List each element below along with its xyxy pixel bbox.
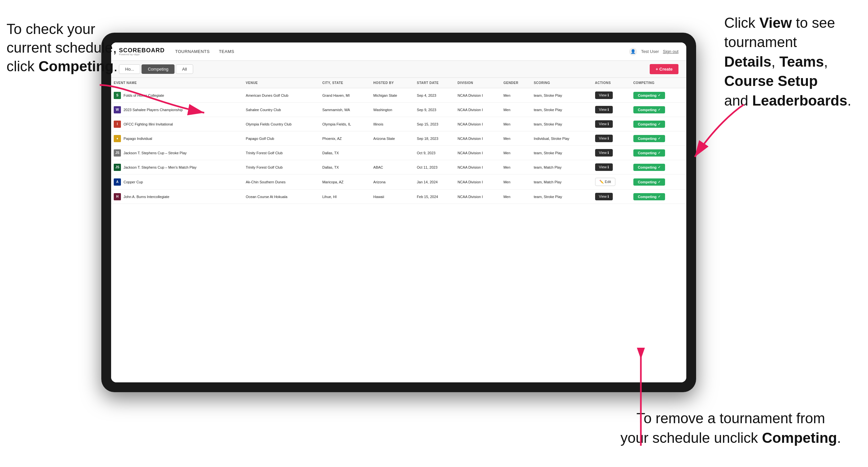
user-label: Test User xyxy=(641,49,659,54)
event-name: Jackson T. Stephens Cup – Men's Match Pl… xyxy=(124,165,196,169)
annotation-top-left: To check yourcurrent schedule,click Comp… xyxy=(6,20,118,76)
nav-tournaments[interactable]: TOURNAMENTS xyxy=(175,49,210,54)
table-row: I OFCC Fighting Illini Invitational Olym… xyxy=(111,117,686,131)
scoring-cell: team, Match Play xyxy=(531,175,592,190)
event-name-cell: S Folds of Honor Collegiate xyxy=(111,88,243,103)
competing-button[interactable]: Competing xyxy=(633,121,665,128)
competing-button[interactable]: Competing xyxy=(633,135,665,142)
view-button[interactable]: View ℹ xyxy=(595,106,613,114)
competing-cell: Competing xyxy=(631,160,686,175)
table-row: A Copper Cup Ak-Chin Southern DunesMaric… xyxy=(111,175,686,190)
event-name: 2023 Sahalee Players Championship xyxy=(124,108,183,112)
nav-teams[interactable]: TEAMS xyxy=(219,49,234,54)
division-cell: NCAA Division I xyxy=(455,175,501,190)
annotation-tl-text: To check yourcurrent schedule,click Comp… xyxy=(6,21,118,74)
filter-all[interactable]: All xyxy=(176,64,193,74)
actions-cell: View ℹ xyxy=(592,146,631,160)
scoring-cell: team, Stroke Play xyxy=(531,88,592,103)
actions-cell: View ℹ xyxy=(592,160,631,175)
table-row: H John A. Burns Intercollegiate Ocean Co… xyxy=(111,190,686,204)
city-cell: Dallas, TX xyxy=(320,146,371,160)
signout-link[interactable]: Sign out xyxy=(663,49,678,54)
competing-cell: Competing xyxy=(631,146,686,160)
navbar: SCOREBOARD Powered by clippi TOURNAMENTS… xyxy=(111,42,686,61)
filter-competing[interactable]: Competing xyxy=(142,64,175,74)
hosted-cell: Illinois xyxy=(371,117,414,131)
event-name: Jackson T. Stephens Cup – Stroke Play xyxy=(124,151,187,155)
col-gender: GENDER xyxy=(501,78,531,88)
venue-cell: American Dunes Golf Club xyxy=(243,88,320,103)
city-cell: Sammamish, WA xyxy=(320,103,371,117)
view-button[interactable]: View ℹ xyxy=(595,92,613,99)
hosted-cell: Washington xyxy=(371,103,414,117)
team-logo: I xyxy=(114,121,121,128)
tournaments-table: EVENT NAME VENUE CITY, STATE HOSTED BY S… xyxy=(111,78,686,204)
competing-cell: Competing xyxy=(631,175,686,190)
table-header-row: EVENT NAME VENUE CITY, STATE HOSTED BY S… xyxy=(111,78,686,88)
competing-button[interactable]: Competing xyxy=(633,193,665,200)
city-cell: Phoenix, AZ xyxy=(320,131,371,146)
view-button[interactable]: View ℹ xyxy=(595,120,613,128)
team-logo: JS xyxy=(114,149,121,157)
event-name-cell: ♦ Papago Individual xyxy=(111,131,243,146)
event-name: Papago Individual xyxy=(124,136,152,141)
competing-button[interactable]: Competing xyxy=(633,92,665,99)
competing-cell: Competing xyxy=(631,190,686,204)
venue-cell: Sahalee Country Club xyxy=(243,103,320,117)
col-scoring: SCORING xyxy=(531,78,592,88)
col-actions: ACTIONS xyxy=(592,78,631,88)
division-cell: NCAA Division I xyxy=(455,117,501,131)
col-competing: COMPETING xyxy=(631,78,686,88)
venue-cell: Ocean Course At Hokuala xyxy=(243,190,320,204)
division-cell: NCAA Division I xyxy=(455,103,501,117)
scoring-cell: team, Match Play xyxy=(531,160,592,175)
team-logo: H xyxy=(114,193,121,200)
team-logo: JS xyxy=(114,164,121,171)
date-cell: Jan 14, 2024 xyxy=(414,175,455,190)
competing-button[interactable]: Competing xyxy=(633,106,665,114)
event-name-cell: H John A. Burns Intercollegiate xyxy=(111,190,243,204)
table-row: S Folds of Honor Collegiate American Dun… xyxy=(111,88,686,103)
competing-button[interactable]: Competing xyxy=(633,179,665,186)
brand-title: SCOREBOARD xyxy=(119,48,165,53)
edit-button[interactable]: ✏️ Edit xyxy=(595,178,615,186)
annotation-top-right: Click View to seetournamentDetails, Team… xyxy=(724,13,862,110)
gender-cell: Men xyxy=(501,146,531,160)
actions-cell: View ℹ xyxy=(592,103,631,117)
team-logo: A xyxy=(114,179,121,186)
date-cell: Oct 9, 2023 xyxy=(414,146,455,160)
division-cell: NCAA Division I xyxy=(455,146,501,160)
gender-cell: Men xyxy=(501,117,531,131)
view-button[interactable]: View ℹ xyxy=(595,163,613,171)
division-cell: NCAA Division I xyxy=(455,160,501,175)
brand: SCOREBOARD Powered by clippi xyxy=(119,48,165,56)
competing-button[interactable]: Competing xyxy=(633,164,665,171)
date-cell: Sep 9, 2023 xyxy=(414,103,455,117)
subnav: Ho... Competing All + Create xyxy=(111,61,686,78)
hosted-cell: Arizona State xyxy=(371,131,414,146)
col-division: DIVISION xyxy=(455,78,501,88)
scoring-cell: Individual, Stroke Play xyxy=(531,131,592,146)
create-button[interactable]: + Create xyxy=(650,64,678,74)
view-button[interactable]: View ℹ xyxy=(595,149,613,157)
scoring-cell: team, Stroke Play xyxy=(531,103,592,117)
venue-cell: Ak-Chin Southern Dunes xyxy=(243,175,320,190)
date-cell: Oct 11, 2023 xyxy=(414,160,455,175)
competing-cell: Competing xyxy=(631,131,686,146)
event-name: Copper Cup xyxy=(124,180,143,184)
team-logo: ♦ xyxy=(114,135,121,142)
division-cell: NCAA Division I xyxy=(455,88,501,103)
view-button[interactable]: View ℹ xyxy=(595,135,613,142)
city-cell: Lihue, HI xyxy=(320,190,371,204)
hosted-cell: ABAC xyxy=(371,160,414,175)
filter-home[interactable]: Ho... xyxy=(119,64,140,74)
date-cell: Feb 15, 2024 xyxy=(414,190,455,204)
division-cell: NCAA Division I xyxy=(455,190,501,204)
competing-cell: Competing xyxy=(631,103,686,117)
table-row: W 2023 Sahalee Players Championship Saha… xyxy=(111,103,686,117)
view-button[interactable]: View ℹ xyxy=(595,193,613,200)
competing-button[interactable]: Competing xyxy=(633,149,665,157)
table-row: ♦ Papago Individual Papago Golf ClubPhoe… xyxy=(111,131,686,146)
gender-cell: Men xyxy=(501,160,531,175)
city-cell: Maricopa, AZ xyxy=(320,175,371,190)
